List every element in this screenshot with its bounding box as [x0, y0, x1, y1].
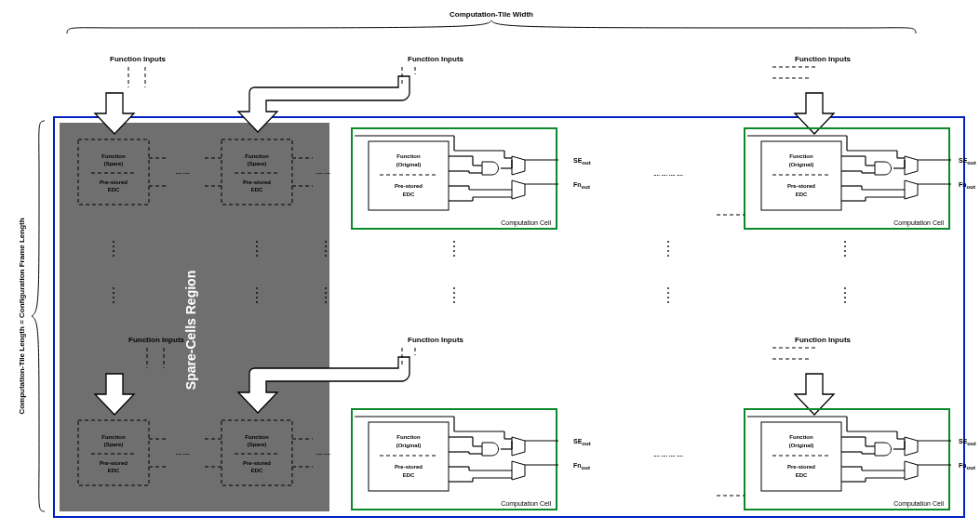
svg-text:Fnout: Fnout: [573, 181, 590, 190]
tile-length-label: Computation-Tile Length = Configuration …: [18, 218, 26, 414]
comp-cell-b2: [745, 409, 951, 510]
comp-cell-t1: [352, 128, 558, 229]
comp-cell-b1: [352, 409, 558, 510]
svg-text:Fnout: Fnout: [959, 181, 975, 190]
comp-cell-t2: [745, 128, 951, 229]
fi-label-t1: Function Inputs: [408, 55, 464, 63]
svg-text:∙∙∙∙   ∙∙∙∙: ∙∙∙∙ ∙∙∙∙: [175, 451, 189, 457]
svg-text:SEout: SEout: [959, 438, 976, 446]
svg-text:Fnout: Fnout: [959, 462, 975, 470]
svg-text:∙∙∙∙   ∙∙∙∙   ∙∙∙∙   ∙∙∙∙: ∙∙∙∙ ∙∙∙∙ ∙∙∙∙ ∙∙∙∙: [653, 453, 683, 458]
fi-label-bl: Function Inputs: [128, 336, 185, 344]
svg-text:∙∙∙∙   ∙∙∙∙: ∙∙∙∙ ∙∙∙∙: [175, 170, 189, 176]
svg-text:SEout: SEout: [573, 438, 591, 446]
tile-width-label: Computation-Tile Width: [450, 10, 533, 19]
svg-text:∙∙∙∙   ∙∙∙∙   ∙∙∙∙   ∙∙∙∙: ∙∙∙∙ ∙∙∙∙ ∙∙∙∙ ∙∙∙∙: [653, 172, 683, 178]
svg-text:SEout: SEout: [573, 157, 591, 166]
brace-length: [32, 121, 45, 511]
svg-text:SEout: SEout: [959, 157, 976, 166]
fi-label-b2: Function Inputs: [795, 336, 852, 344]
spare-region-label: Spare-Cells Region: [183, 271, 198, 390]
svg-text:∙∙∙∙   ∙∙∙∙: ∙∙∙∙ ∙∙∙∙: [316, 451, 330, 457]
fi-label-t2: Function Inputs: [795, 55, 852, 63]
svg-text:∙∙∙∙   ∙∙∙∙: ∙∙∙∙ ∙∙∙∙: [316, 170, 330, 176]
fi-label-b1: Function Inputs: [408, 336, 464, 344]
brace-width: [67, 20, 916, 33]
fi-label-tl: Function Inputs: [110, 55, 167, 63]
svg-text:Fnout: Fnout: [573, 462, 590, 470]
